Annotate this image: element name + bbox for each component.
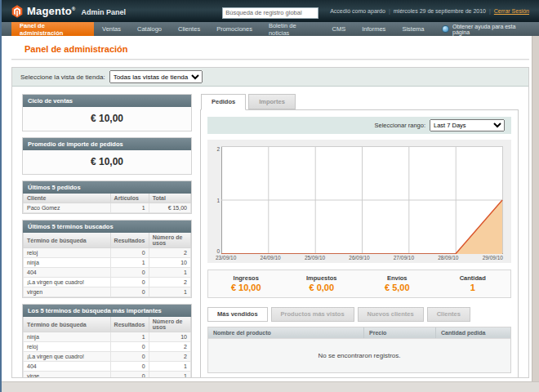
col-cantidad-pedida: Cantidad pedida	[435, 327, 510, 338]
magento-admin-window: Magento® Admin Panel Accedió como apardo…	[0, 0, 539, 392]
lifetime-sales-card: Ciclo de ventas € 10,00	[22, 94, 192, 131]
nav-item-promociones[interactable]: Promociones	[208, 22, 261, 36]
table-row[interactable]: 404 0 1	[24, 362, 191, 372]
last-orders-card: Últimos 5 pedidos Cliente Artículos Tota…	[22, 180, 192, 214]
logged-in-as-text: Accedió como apardo	[330, 8, 385, 14]
nav-item-cms[interactable]: CMS	[324, 22, 354, 36]
col-precio: Precio	[363, 327, 435, 338]
table-row[interactable]: virgen 0 1	[24, 287, 191, 297]
x-tick-label: 29/09/10	[483, 255, 503, 261]
nav-item-dashboard[interactable]: Panel de administración	[11, 22, 94, 36]
brand-name: Magento®	[27, 5, 75, 17]
y-tick-label: 0	[216, 248, 220, 254]
totals-row: Ingresos € 10,00 Impuestos € 0,00 Envíos…	[207, 270, 511, 298]
nav-item-catalogo[interactable]: Catálogo	[129, 22, 170, 36]
cell-resultados: 0	[110, 342, 149, 352]
nav-item-clientes[interactable]: Clientes	[170, 22, 208, 36]
cell-resultados: 0	[110, 352, 149, 362]
cell-cliente: Paco Gomez	[24, 203, 111, 213]
right-column: Pedidos Importes Seleccionar rango: Last…	[200, 94, 519, 378]
x-tick-label: 25/09/10	[305, 255, 325, 261]
cell-termino: ¡La virgen que cuadro!	[24, 352, 111, 362]
table-row[interactable]: 404 0 1	[24, 268, 191, 278]
cell-resultados: 0	[110, 287, 149, 297]
stat-label: Ingresos	[208, 274, 284, 282]
cell-usos: 2	[149, 278, 190, 287]
table-row[interactable]: Paco Gomez 1 € 15,00	[24, 203, 191, 213]
tab-pedidos[interactable]: Pedidos	[201, 94, 246, 110]
right-gutter	[532, 36, 539, 381]
cell-termino: 404	[24, 362, 111, 372]
table-row[interactable]: reloj 0 2	[24, 342, 191, 352]
table-row[interactable]: ¡La virgen que cuadro! 0 2	[24, 278, 191, 287]
title-divider-light	[11, 60, 529, 60]
cell-usos: 10	[149, 258, 190, 268]
global-search	[222, 3, 318, 19]
tab-productos-mas-vistos[interactable]: Productos más vistos	[271, 307, 354, 322]
cell-usos: 1	[149, 287, 190, 297]
cell-resultados: 1	[110, 258, 149, 268]
cell-usos: 1	[149, 372, 190, 379]
top-search-terms-table: Término de búsqueda Resultados Número de…	[23, 317, 191, 378]
lifetime-sales-title: Ciclo de ventas	[23, 95, 191, 107]
cell-termino: ¡La virgen que cuadro!	[24, 278, 111, 287]
range-bar: Seleccionar rango: Last 7 Days	[207, 117, 511, 134]
chart-y-axis-labels: 210	[211, 146, 221, 254]
x-tick-label: 26/09/10	[349, 255, 369, 261]
tab-mas-vendidos[interactable]: Más vendidos	[207, 307, 268, 322]
help-label: Obtener ayuda para esta página	[452, 24, 529, 35]
range-select[interactable]: Last 7 Days	[430, 119, 505, 131]
table-row[interactable]: reloj 0 2	[24, 248, 191, 258]
store-view-label: Seleccione la vista de tienda:	[20, 74, 105, 81]
separator: |	[389, 8, 390, 14]
table-row[interactable]: ninja 1 10	[24, 332, 191, 342]
magento-logo-icon	[11, 5, 23, 18]
stat-label: Impuestos	[284, 274, 360, 282]
nav-item-boletin[interactable]: Boletín de noticias	[261, 22, 324, 36]
nav-item-informes[interactable]: Informes	[354, 22, 394, 36]
orders-area-chart	[221, 146, 503, 254]
col-numero-usos: Número de usos	[149, 233, 190, 248]
stat-impuestos: Impuestos € 0,00	[284, 274, 360, 292]
magento-logo: Magento® Admin Panel	[11, 5, 126, 18]
cell-resultados: 1	[110, 332, 149, 342]
dashboard-columns: Ciclo de ventas € 10,00 Promedio de impo…	[12, 87, 528, 378]
y-tick-label: 1	[216, 198, 220, 203]
logout-link[interactable]: Cerrar Sesión	[494, 8, 529, 14]
store-view-select[interactable]: Todas las vistas de tienda	[109, 70, 203, 83]
nav-item-sistema[interactable]: Sistema	[394, 22, 432, 36]
nav-item-ventas[interactable]: Ventas	[94, 22, 129, 36]
table-row[interactable]: virge 0 1	[24, 372, 191, 379]
x-tick-label: 24/09/10	[260, 255, 280, 261]
page-help-link[interactable]: Obtener ayuda para esta página	[432, 22, 539, 36]
tab-importes[interactable]: Importes	[248, 94, 296, 109]
orders-chart-container: 210 23/09/1024/09/1025/09/1026/09/1027/0…	[207, 140, 511, 263]
cell-usos: 2	[149, 342, 190, 352]
col-articulos: Artículos	[110, 194, 149, 203]
tab-clientes[interactable]: Clientes	[427, 307, 470, 322]
global-search-input[interactable]	[222, 7, 318, 19]
top-search-terms-card: Los 5 términos de búsqueda más important…	[22, 304, 192, 378]
chart-x-axis-labels: 23/09/1024/09/1025/09/1026/09/1027/09/10…	[216, 255, 503, 261]
col-resultados: Resultados	[110, 233, 149, 248]
table-row[interactable]: ¡La virgen que cuadro! 0 2	[24, 352, 191, 362]
stat-label: Cantidad	[435, 274, 511, 282]
lifetime-sales-value: € 10,00	[23, 107, 191, 131]
cell-termino: 404	[24, 268, 111, 278]
cell-usos: 1	[149, 268, 190, 278]
main-nav: Panel de administración Ventas Catálogo …	[2, 22, 539, 36]
product-tabs: Más vendidos Productos más vistos Nuevos…	[207, 307, 511, 322]
col-resultados: Resultados	[110, 317, 149, 332]
tab-nuevos-clientes[interactable]: Nuevos clientes	[358, 307, 424, 322]
table-row[interactable]: ninja 1 10	[24, 258, 191, 268]
last-search-terms-title: Últimos 5 términos buscados	[23, 220, 191, 233]
col-cliente: Cliente	[24, 194, 111, 203]
current-date-text: miércoles 29 de septiembre de 2010	[394, 8, 486, 14]
stat-label: Envíos	[359, 274, 435, 282]
cell-articulos: 1	[110, 203, 149, 213]
cell-usos: 2	[149, 248, 190, 258]
header-bar: Magento® Admin Panel Accedió como apardo…	[2, 0, 539, 22]
col-total: Total	[149, 194, 190, 203]
cell-termino: reloj	[24, 248, 111, 258]
dashboard-content-card: Seleccione la vista de tienda: Todas las…	[11, 67, 529, 378]
